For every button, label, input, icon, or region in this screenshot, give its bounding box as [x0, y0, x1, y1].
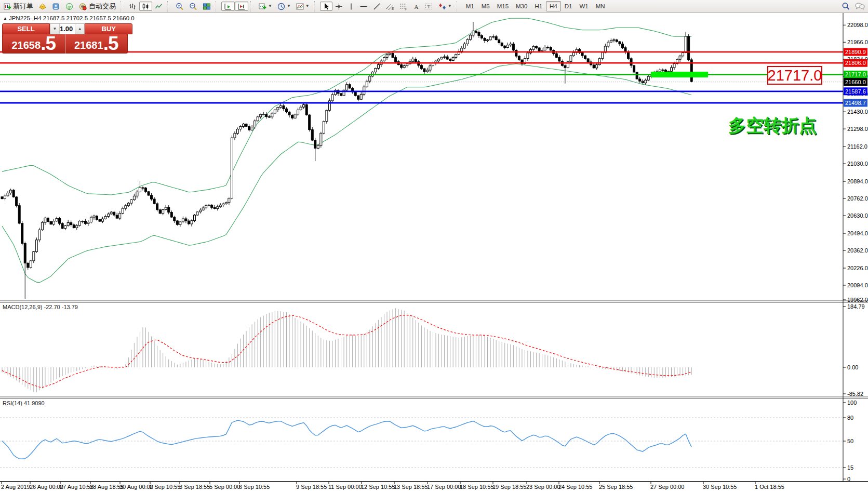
- candle-body: [406, 64, 408, 66]
- candle-body: [596, 65, 598, 68]
- chevron-down-icon: ▼: [287, 4, 291, 8]
- time-tick-label: 13 Sep 18:55: [394, 484, 428, 490]
- market-watch-button[interactable]: [49, 2, 63, 11]
- candle-body: [162, 210, 164, 214]
- indicators-button[interactable]: ▼: [293, 2, 312, 11]
- ask-price[interactable]: 21681.5: [65, 34, 128, 54]
- periods-button[interactable]: ▼: [275, 2, 293, 11]
- candle-body: [208, 205, 210, 206]
- line-chart-button[interactable]: [152, 2, 165, 11]
- candle-body: [532, 46, 535, 49]
- candle-body: [392, 53, 394, 57]
- gold-button[interactable]: [36, 2, 49, 11]
- fibonacci-tool-button[interactable]: F: [397, 2, 410, 11]
- candle-body: [647, 76, 649, 80]
- bid-price[interactable]: 21658.5: [2, 34, 65, 54]
- candle-body: [73, 225, 75, 228]
- candle-body: [257, 117, 259, 121]
- candle-body: [156, 204, 158, 210]
- new-order-button[interactable]: 新订单: [1, 2, 36, 11]
- candle-body: [239, 126, 242, 129]
- vertical-line-tool-button[interactable]: [345, 2, 357, 11]
- new-order-icon: [4, 3, 11, 10]
- candle-body: [10, 190, 12, 193]
- candle-body: [145, 188, 147, 192]
- candle-body: [153, 199, 155, 204]
- crosshair-tool-button[interactable]: [332, 2, 345, 11]
- candlestick-chart-button[interactable]: [139, 2, 152, 11]
- tile-windows-button[interactable]: [200, 2, 213, 11]
- signal-button[interactable]: (ϼ: [63, 2, 76, 11]
- candle-body: [395, 58, 397, 62]
- zoom-in-button[interactable]: [173, 2, 186, 11]
- candle-body: [679, 56, 681, 60]
- rsi-axis-label: 80: [847, 415, 853, 421]
- macd-label: MACD(12,26,9) -22.70 -13.79: [3, 304, 78, 310]
- candle-body: [331, 95, 333, 101]
- price-tick-label: 21966.0: [847, 39, 868, 45]
- chart-canvas[interactable]: 22098.021966.021834.021702.021566.021430…: [0, 0, 868, 492]
- candle-body: [213, 207, 216, 208]
- candle-body: [461, 48, 463, 51]
- toolbar-separator: [250, 1, 255, 11]
- time-tick-label: 5 Sep 00:00: [209, 484, 240, 490]
- timeframe-button-w1[interactable]: W1: [576, 1, 592, 11]
- bar-chart-button[interactable]: [126, 2, 139, 11]
- zoom-out-button[interactable]: [186, 2, 200, 11]
- candle-body: [165, 207, 167, 209]
- candle-body: [670, 68, 672, 71]
- candle-body: [463, 44, 465, 48]
- candle-body: [616, 40, 618, 42]
- text-tool-button[interactable]: A: [410, 2, 422, 11]
- time-tick-label: 27 Aug 10:55: [60, 484, 94, 490]
- volume-increase-button[interactable]: ▲: [75, 24, 84, 34]
- quote-panel-toggle-icon[interactable]: ▲: [3, 16, 7, 21]
- macd-histogram: [2, 308, 691, 392]
- price-tick-label: 21298.0: [847, 126, 868, 132]
- candle-body: [277, 108, 279, 110]
- svg-text:T: T: [428, 4, 431, 9]
- timeframe-button-d1[interactable]: D1: [561, 1, 576, 11]
- candle-body: [544, 47, 546, 50]
- chat-icon[interactable]: [854, 2, 865, 10]
- candle-body: [438, 59, 440, 61]
- candle-body: [254, 121, 256, 127]
- auto-trading-button[interactable]: 自动交易: [76, 2, 118, 11]
- candle-body: [311, 130, 313, 140]
- candle-body: [133, 196, 135, 200]
- timeframe-button-h4[interactable]: H4: [546, 1, 561, 11]
- new-chart-button[interactable]: ▼: [256, 2, 275, 11]
- text-label-tool-button[interactable]: T: [422, 2, 436, 11]
- arrows-tool-button[interactable]: ▼: [436, 2, 455, 11]
- candle-body: [21, 223, 23, 244]
- turning-point-annotation[interactable]: 多空转折点: [728, 114, 817, 138]
- rsi-label: RSI(14) 41.9090: [3, 400, 45, 406]
- price-callout-label[interactable]: 21717.0: [767, 66, 822, 85]
- timeframe-button-h1[interactable]: H1: [531, 1, 546, 11]
- candle-body: [624, 48, 626, 52]
- bar-chart-icon: [129, 3, 137, 10]
- candle-body: [369, 76, 371, 81]
- timeframe-button-m15[interactable]: M15: [493, 1, 512, 11]
- chart-shift-button[interactable]: [235, 2, 248, 11]
- cursor-tool-button[interactable]: [320, 2, 332, 11]
- timeframe-button-m30[interactable]: M30: [512, 1, 531, 11]
- cursor-icon: [323, 3, 330, 10]
- volume-input[interactable]: 1.00: [60, 24, 75, 34]
- indicators-list-icon: [296, 3, 304, 10]
- auto-scroll-button[interactable]: [221, 2, 235, 11]
- time-tick-label: 24 Sep 10:55: [558, 484, 592, 490]
- horizontal-line-tool-button[interactable]: [357, 2, 370, 11]
- time-tick-label: 30 Sep 10:55: [703, 484, 737, 490]
- timeframe-button-m5[interactable]: M5: [478, 1, 493, 11]
- candle-body: [30, 261, 32, 268]
- highlight-rectangle[interactable]: [651, 72, 708, 77]
- trendline-tool-button[interactable]: [370, 2, 383, 11]
- price-tick-label: 20630.0: [847, 212, 868, 219]
- fibonacci-icon: F: [399, 3, 408, 10]
- timeframe-button-m1[interactable]: M1: [462, 1, 478, 11]
- timeframe-button-mn[interactable]: MN: [592, 1, 609, 11]
- channel-tool-button[interactable]: E: [383, 2, 397, 11]
- candle-body: [219, 205, 221, 207]
- search-icon[interactable]: [842, 2, 850, 10]
